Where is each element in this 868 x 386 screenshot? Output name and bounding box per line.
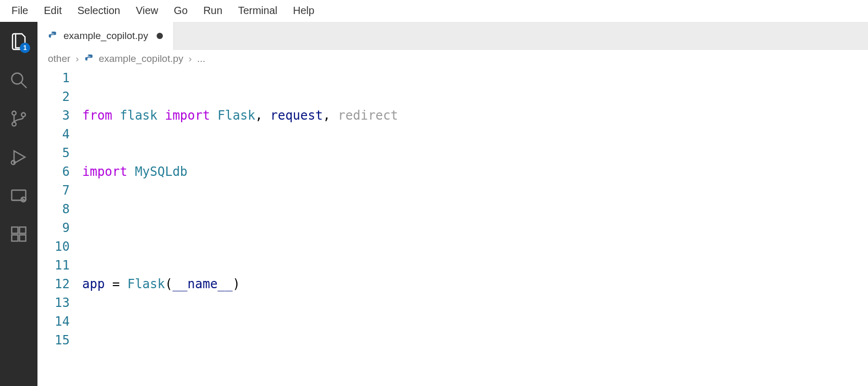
line-number: 12 (37, 275, 70, 293)
code-line[interactable]: app = Flask(__name__) (82, 275, 868, 293)
svg-rect-12 (20, 235, 26, 241)
code-line[interactable]: from flask import Flask, request, redire… (82, 106, 868, 125)
menu-bar: File Edit Selection View Go Run Terminal… (0, 0, 868, 22)
line-number: 7 (37, 181, 70, 200)
activity-bar: 1 (0, 22, 37, 386)
line-number: 13 (37, 293, 70, 312)
debug-icon (9, 148, 28, 166)
svg-point-3 (12, 122, 16, 126)
svg-point-0 (12, 73, 23, 84)
menu-edit[interactable]: Edit (36, 2, 69, 20)
svg-rect-13 (20, 227, 26, 234)
explorer-badge: 1 (20, 43, 30, 53)
line-number: 6 (37, 162, 70, 181)
breadcrumb-tail[interactable]: ... (197, 53, 206, 65)
tab-example-copilot[interactable]: example_copilot.py (37, 22, 174, 50)
extensions-icon (9, 225, 28, 243)
svg-point-5 (11, 161, 16, 165)
line-number: 4 (37, 125, 70, 144)
menu-view[interactable]: View (129, 2, 165, 20)
line-number: 11 (37, 256, 70, 275)
code-content[interactable]: from flask import Flask, request, redire… (82, 68, 868, 386)
svg-point-14 (52, 32, 53, 33)
menu-run[interactable]: Run (196, 2, 230, 20)
svg-line-1 (21, 83, 27, 88)
svg-rect-6 (12, 190, 26, 201)
svg-rect-10 (12, 227, 18, 234)
line-number: 2 (37, 87, 70, 106)
code-line[interactable] (82, 218, 868, 237)
code-line[interactable]: import MySQLdb (82, 162, 868, 181)
breadcrumb-folder[interactable]: other (48, 53, 70, 65)
activity-explorer[interactable]: 1 (8, 31, 29, 52)
remote-icon (9, 186, 28, 205)
svg-point-15 (87, 55, 88, 56)
main-area: 1 example_copilot (0, 22, 868, 386)
activity-extensions[interactable] (8, 224, 29, 245)
python-file-icon (48, 31, 58, 41)
line-number: 15 (37, 331, 70, 350)
python-file-icon (84, 54, 95, 64)
menu-selection[interactable]: Selection (70, 2, 127, 20)
svg-point-2 (12, 111, 16, 115)
editor-group: example_copilot.py other › example_copil… (37, 22, 868, 386)
chevron-right-icon: › (75, 53, 79, 65)
line-number: 1 (37, 69, 70, 87)
line-number-gutter: 1 2 3 4 5 6 7 8 9 10 11 12 13 14 15 (37, 68, 82, 386)
tab-bar: example_copilot.py (37, 22, 868, 50)
activity-run-debug[interactable] (8, 147, 29, 168)
tab-filename: example_copilot.py (63, 30, 148, 42)
line-number: 3 (37, 106, 70, 125)
activity-remote[interactable] (8, 185, 29, 206)
breadcrumb-file-label: example_copilot.py (99, 53, 184, 65)
line-number: 14 (37, 312, 70, 331)
code-editor[interactable]: 1 2 3 4 5 6 7 8 9 10 11 12 13 14 15 (37, 68, 868, 386)
menu-terminal[interactable]: Terminal (231, 2, 285, 20)
menu-go[interactable]: Go (167, 2, 195, 20)
activity-source-control[interactable] (8, 108, 29, 129)
tab-dirty-indicator (157, 33, 163, 39)
git-branch-icon (9, 109, 28, 128)
breadcrumb-file[interactable]: example_copilot.py (84, 53, 184, 65)
menu-file[interactable]: File (4, 2, 35, 20)
breadcrumbs[interactable]: other › example_copilot.py › ... (37, 50, 868, 68)
search-icon (9, 71, 28, 89)
chevron-right-icon: › (188, 53, 192, 65)
activity-search[interactable] (8, 70, 29, 91)
svg-rect-11 (12, 235, 18, 241)
line-number: 10 (37, 237, 70, 256)
code-line[interactable] (82, 331, 868, 350)
menu-help[interactable]: Help (286, 2, 322, 20)
line-number: 8 (37, 200, 70, 218)
app-root: File Edit Selection View Go Run Terminal… (0, 0, 868, 386)
svg-point-4 (21, 113, 25, 117)
line-number: 5 (37, 144, 70, 162)
line-number: 9 (37, 218, 70, 237)
